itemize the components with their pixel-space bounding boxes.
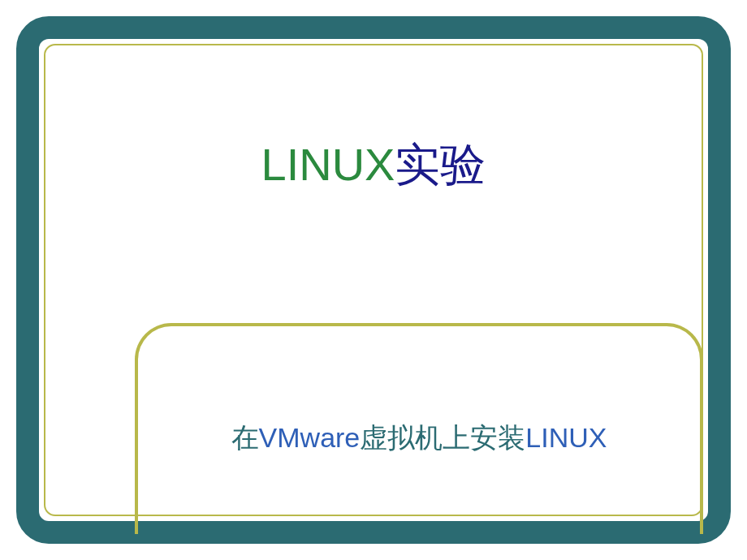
- subtitle-en1: VMware: [259, 422, 361, 453]
- subtitle-en2: LINUX: [525, 422, 607, 453]
- slide-subtitle: 在VMware虚拟机上安装LINUX: [231, 420, 607, 457]
- slide-outer-frame: LINUX实验 在VMware虚拟机上安装LINUX: [16, 16, 731, 544]
- title-cn: 实验: [395, 140, 486, 190]
- title-area: LINUX实验: [45, 135, 702, 196]
- slide-title: LINUX实验: [45, 135, 702, 196]
- subtitle-cn2: 虚拟机上安装: [360, 423, 525, 453]
- title-en: LINUX: [261, 139, 395, 190]
- slide-inner-border: LINUX实验 在VMware虚拟机上安装LINUX: [44, 44, 703, 516]
- subtitle-cn1: 在: [231, 423, 259, 453]
- subtitle-box: 在VMware虚拟机上安装LINUX: [135, 323, 703, 534]
